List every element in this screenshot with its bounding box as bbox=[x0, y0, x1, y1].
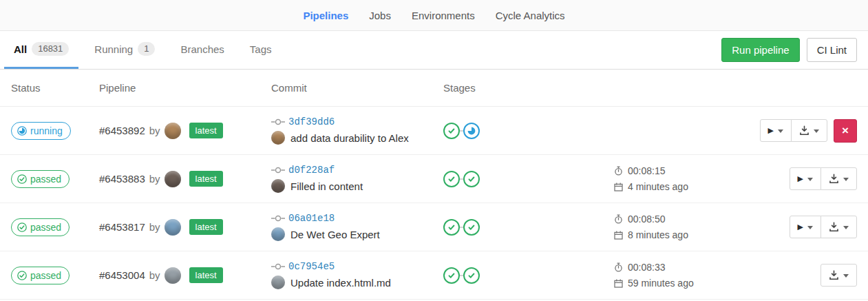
tab-all[interactable]: All 16831 bbox=[4, 31, 78, 69]
download-icon bbox=[829, 174, 839, 184]
author-avatar[interactable] bbox=[271, 131, 285, 145]
stage-passed-icon[interactable] bbox=[443, 123, 460, 139]
stage-passed-icon[interactable] bbox=[463, 267, 480, 284]
commit-icon bbox=[271, 215, 285, 222]
stages-cell bbox=[443, 171, 614, 187]
latest-badge: latest bbox=[189, 171, 223, 187]
artifacts-dropdown-button[interactable] bbox=[821, 167, 857, 190]
calendar-icon bbox=[614, 279, 623, 288]
pipeline-id-link[interactable]: #6453892 bbox=[99, 125, 145, 136]
pipeline-id-link[interactable]: #6453817 bbox=[99, 221, 145, 233]
commit-cell: 0c7954e5 Update index.html.md bbox=[271, 261, 443, 289]
chevron-down-icon bbox=[843, 178, 849, 184]
tab-running[interactable]: Running 1 bbox=[85, 31, 165, 69]
artifacts-dropdown-button[interactable] bbox=[821, 216, 857, 238]
commit-icon bbox=[271, 118, 285, 125]
stage-passed-icon[interactable] bbox=[463, 171, 480, 187]
stages-cell bbox=[443, 267, 614, 284]
nav-item-environments[interactable]: Environments bbox=[412, 10, 475, 21]
tab-branches-label: Branches bbox=[180, 43, 224, 55]
manual-actions-dropdown-button[interactable]: ▶ bbox=[790, 167, 821, 190]
commit-message-link[interactable]: add data durability to Alex bbox=[290, 132, 409, 144]
actions-cell: ▶ bbox=[790, 167, 857, 190]
calendar-icon bbox=[614, 231, 623, 240]
pipeline-id-link[interactable]: #6453004 bbox=[99, 269, 145, 281]
header-pipeline: Pipeline bbox=[99, 82, 271, 94]
status-badge[interactable]: running bbox=[11, 122, 71, 140]
artifacts-dropdown-button[interactable] bbox=[821, 264, 857, 287]
run-pipeline-button[interactable]: Run pipeline bbox=[721, 38, 799, 62]
commit-sha-link[interactable]: d0f228af bbox=[288, 165, 335, 176]
triggerer-avatar[interactable] bbox=[165, 171, 181, 187]
author-avatar[interactable] bbox=[271, 227, 285, 241]
commit-icon bbox=[271, 167, 285, 174]
pipeline-cell: #6453883 by latest bbox=[99, 171, 271, 187]
stage-running-icon[interactable] bbox=[463, 123, 480, 139]
commit-message-link[interactable]: De Wet Geo Expert bbox=[290, 229, 380, 240]
pipelines-table-header: Status Pipeline Commit Stages bbox=[0, 70, 868, 107]
tab-tags[interactable]: Tags bbox=[240, 31, 282, 69]
download-icon bbox=[799, 125, 809, 136]
artifacts-dropdown-button[interactable] bbox=[791, 119, 827, 142]
triggerer-avatar[interactable] bbox=[165, 219, 181, 236]
stage-passed-icon[interactable] bbox=[443, 219, 460, 236]
commit-sha-link[interactable]: 06a01e18 bbox=[288, 213, 335, 224]
status-cell: passed bbox=[11, 218, 99, 236]
commit-sha-link[interactable]: 0c7954e5 bbox=[288, 261, 335, 272]
commit-icon bbox=[271, 263, 285, 270]
nav-item-jobs[interactable]: Jobs bbox=[369, 10, 391, 21]
tab-all-label: All bbox=[14, 43, 27, 55]
tab-running-count-badge: 1 bbox=[138, 42, 155, 56]
pipeline-id-link[interactable]: #6453883 bbox=[99, 173, 145, 185]
commit-message-link[interactable]: Filled in content bbox=[290, 180, 363, 192]
actions-cell: ▶ bbox=[790, 216, 857, 238]
status-running-icon bbox=[17, 126, 27, 136]
finished-ago-text: 4 minutes ago bbox=[628, 181, 688, 192]
commit-cell: 06a01e18 De Wet Geo Expert bbox=[271, 213, 443, 241]
stage-passed-icon[interactable] bbox=[443, 171, 460, 187]
status-badge[interactable]: passed bbox=[11, 267, 70, 284]
nav-item-cycle-analytics[interactable]: Cycle Analytics bbox=[496, 10, 565, 21]
commit-sha-link[interactable]: 3df39dd6 bbox=[288, 116, 335, 127]
manual-actions-dropdown-button[interactable]: ▶ bbox=[760, 119, 792, 142]
nav-item-pipelines[interactable]: Pipelines bbox=[303, 10, 348, 21]
tabbar-actions: Run pipeline CI Lint bbox=[721, 31, 857, 69]
author-avatar[interactable] bbox=[271, 179, 285, 193]
status-cell: passed bbox=[11, 267, 99, 284]
commit-cell: 3df39dd6 add data durability to Alex bbox=[271, 116, 443, 145]
chevron-down-icon bbox=[814, 129, 819, 136]
pipelines-tabbar: All 16831 Running 1 Branches Tags Run pi… bbox=[0, 31, 868, 70]
latest-badge: latest bbox=[189, 267, 223, 283]
by-label: by bbox=[149, 173, 160, 185]
pipeline-cell: #6453892 by latest bbox=[99, 123, 271, 139]
author-avatar[interactable] bbox=[271, 276, 285, 289]
tab-branches[interactable]: Branches bbox=[171, 31, 233, 69]
chevron-down-icon bbox=[778, 129, 783, 136]
duration-icon bbox=[614, 166, 623, 176]
pipeline-cell: #6453004 by latest bbox=[99, 267, 271, 284]
pipeline-row: passed #6453004 by latest 0c7954e5 Updat… bbox=[0, 251, 868, 300]
latest-badge: latest bbox=[189, 123, 223, 138]
stage-passed-icon[interactable] bbox=[443, 267, 460, 284]
time-cell: 00:08:15 4 minutes ago bbox=[614, 165, 790, 192]
triggerer-avatar[interactable] bbox=[165, 123, 181, 139]
close-icon: × bbox=[842, 125, 849, 136]
cancel-pipeline-button[interactable]: × bbox=[834, 119, 857, 143]
status-badge[interactable]: passed bbox=[11, 170, 70, 188]
stage-passed-icon[interactable] bbox=[463, 219, 480, 236]
duration-text: 00:08:50 bbox=[628, 214, 666, 225]
stages-cell bbox=[443, 123, 614, 139]
chevron-down-icon bbox=[843, 274, 849, 280]
status-badge[interactable]: passed bbox=[11, 218, 70, 236]
chevron-down-icon bbox=[807, 178, 813, 184]
status-label: passed bbox=[30, 222, 61, 233]
ci-lint-button[interactable]: CI Lint bbox=[807, 38, 857, 62]
pipelines-table-body: running #6453892 by latest 3df39dd6 add … bbox=[0, 107, 868, 300]
time-cell: 00:08:33 59 minutes ago bbox=[614, 262, 821, 289]
manual-actions-dropdown-button[interactable]: ▶ bbox=[790, 216, 821, 238]
chevron-down-icon bbox=[807, 226, 813, 232]
commit-message-link[interactable]: Update index.html.md bbox=[290, 277, 391, 289]
stages-cell bbox=[443, 219, 614, 236]
triggerer-avatar[interactable] bbox=[165, 267, 181, 284]
status-passed-icon bbox=[17, 174, 27, 184]
